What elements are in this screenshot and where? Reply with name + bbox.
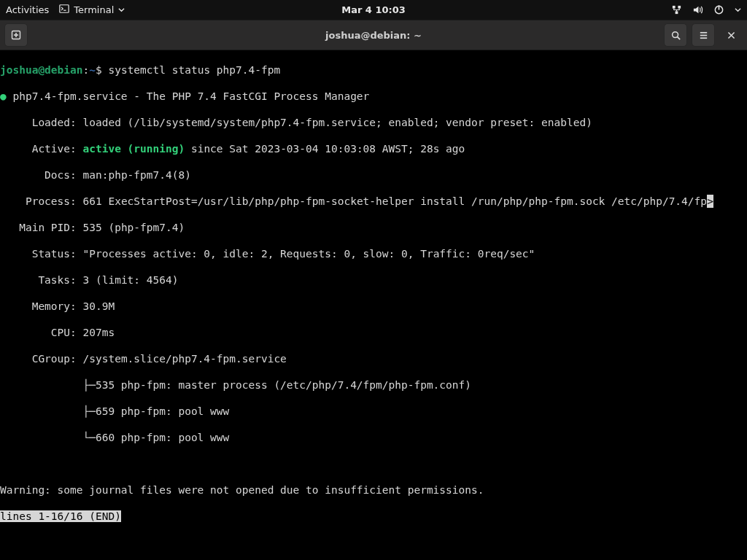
activities-button[interactable]: Activities (6, 4, 49, 15)
status-label: Status: (0, 248, 83, 260)
service-description: php7.4-fpm.service - The PHP 7.4 FastCGI… (7, 90, 370, 102)
memory-label: Memory: (0, 300, 83, 312)
active-state: active (running) (83, 143, 185, 155)
cpu-value: 207ms (83, 327, 115, 338)
process-value: 661 ExecStartPost=/usr/lib/php/php-fpm-s… (83, 195, 708, 207)
volume-icon[interactable] (692, 4, 703, 15)
prompt-sep: : (83, 64, 90, 76)
cgroup-proc-1: ├─535 php-fpm: master process (/etc/php/… (0, 379, 471, 391)
main-pid-value: 535 (php-fpm7.4) (83, 222, 185, 233)
cpu-label: CPU: (0, 327, 83, 338)
svg-rect-0 (60, 5, 69, 13)
typed-command: systemctl status php7.4-fpm (108, 64, 280, 76)
svg-rect-2 (673, 6, 676, 9)
terminal-headerbar: joshua@debian: ~ (0, 20, 747, 50)
terminal-viewport[interactable]: joshua@debian:~$ systemctl status php7.4… (0, 50, 747, 549)
tasks-label: Tasks: (0, 274, 83, 286)
close-button[interactable] (719, 23, 743, 47)
status-bullet-icon: ● (0, 90, 7, 102)
power-icon[interactable] (713, 4, 724, 15)
new-tab-button[interactable] (4, 23, 28, 47)
loaded-label: Loaded: (0, 117, 83, 128)
cgroup-proc-3: └─660 php-fpm: pool www (0, 432, 229, 443)
main-pid-label: Main PID: (0, 222, 83, 233)
active-label: Active: (0, 143, 83, 155)
cgroup-label: CGroup: (0, 353, 83, 365)
system-menu-chevron-icon[interactable] (735, 7, 741, 13)
svg-rect-4 (676, 11, 678, 14)
status-value: "Processes active: 0, idle: 2, Requests:… (83, 248, 535, 260)
network-icon[interactable] (671, 4, 682, 15)
prompt-dollar: $ (96, 64, 108, 76)
terminal-icon (59, 4, 69, 16)
cgroup-value: /system.slice/php7.4-fpm.service (83, 353, 287, 365)
prompt-user: joshua@debian (0, 64, 83, 76)
tasks-value: 3 (limit: 4564) (83, 274, 179, 286)
svg-point-10 (672, 31, 678, 37)
prompt-path: ~ (89, 64, 96, 76)
clock[interactable]: Mar 4 10:03 (341, 4, 406, 15)
line-overflow-indicator: > (707, 195, 713, 208)
journal-warning: Warning: some journal files were not ope… (0, 484, 484, 496)
active-since: since Sat 2023-03-04 10:03:08 AWST; 28s … (185, 143, 465, 155)
svg-rect-3 (678, 6, 681, 9)
process-label: Process: (0, 195, 83, 207)
app-menu-label: Terminal (74, 4, 114, 15)
window-title: joshua@debian: ~ (325, 30, 422, 41)
pager-status: lines 1-16/16 (END) (0, 510, 121, 522)
svg-line-11 (677, 36, 680, 39)
docs-label: Docs: (0, 169, 83, 181)
chevron-down-icon (118, 4, 125, 15)
terminal-output: joshua@debian:~$ systemctl status php7.4… (0, 50, 747, 549)
gnome-top-bar: Activities Terminal Mar 4 10:03 (0, 0, 747, 20)
app-menu[interactable]: Terminal (59, 4, 125, 16)
docs-value: man:php-fpm7.4(8) (83, 169, 191, 181)
memory-value: 30.9M (83, 300, 115, 312)
hamburger-menu-button[interactable] (692, 23, 715, 47)
cgroup-proc-2: ├─659 php-fpm: pool www (0, 405, 229, 417)
loaded-value: loaded (/lib/systemd/system/php7.4-fpm.s… (83, 117, 592, 128)
search-button[interactable] (664, 23, 687, 47)
